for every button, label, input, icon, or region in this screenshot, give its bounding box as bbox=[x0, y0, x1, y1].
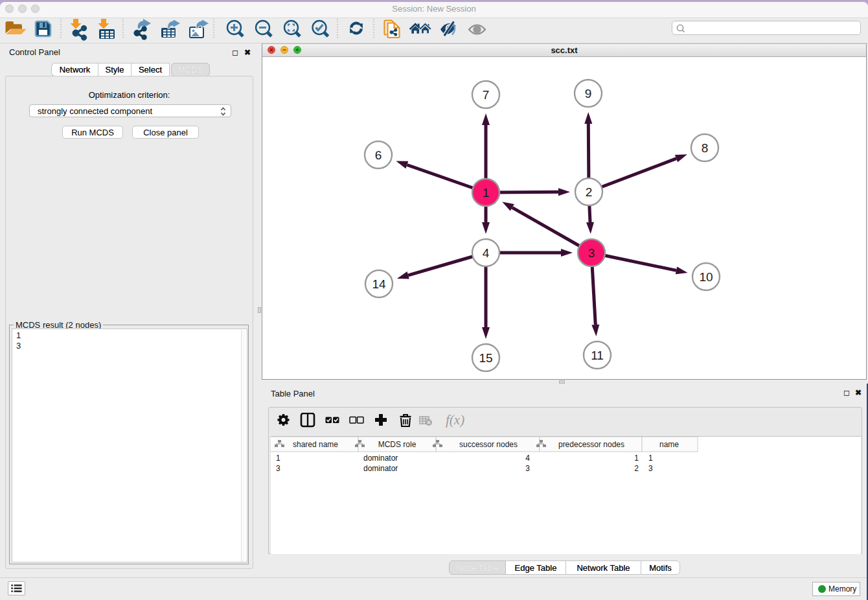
svg-text:1: 1 bbox=[276, 454, 280, 463]
svg-text:1: 1 bbox=[648, 454, 653, 463]
svg-text:dominator: dominator bbox=[363, 464, 398, 473]
svg-text:11: 11 bbox=[591, 349, 604, 362]
svg-text:1: 1 bbox=[483, 186, 490, 200]
svg-text:3: 3 bbox=[525, 464, 530, 473]
svg-text:successor nodes: successor nodes bbox=[459, 440, 518, 449]
svg-text:1: 1 bbox=[634, 454, 639, 463]
svg-text:dominator: dominator bbox=[363, 454, 398, 463]
svg-text:MCDS role: MCDS role bbox=[378, 440, 417, 449]
svg-text:shared name: shared name bbox=[293, 440, 338, 449]
svg-text:3: 3 bbox=[276, 464, 280, 473]
svg-text:15: 15 bbox=[479, 351, 492, 365]
svg-text:name: name bbox=[659, 440, 679, 449]
svg-text:3: 3 bbox=[588, 246, 595, 260]
svg-text:4: 4 bbox=[525, 454, 530, 463]
svg-text:7: 7 bbox=[483, 88, 490, 102]
svg-text:2: 2 bbox=[634, 464, 639, 473]
svg-text:4: 4 bbox=[483, 246, 490, 260]
svg-text:2: 2 bbox=[586, 185, 593, 199]
svg-text:f(x): f(x) bbox=[446, 413, 464, 428]
svg-text:14: 14 bbox=[372, 277, 386, 291]
svg-text:predecessor nodes: predecessor nodes bbox=[558, 440, 624, 449]
svg-text:8: 8 bbox=[702, 141, 709, 155]
svg-text:6: 6 bbox=[375, 148, 382, 162]
svg-text:10: 10 bbox=[699, 270, 713, 284]
svg-text:9: 9 bbox=[585, 87, 592, 100]
svg-text:3: 3 bbox=[648, 464, 653, 473]
